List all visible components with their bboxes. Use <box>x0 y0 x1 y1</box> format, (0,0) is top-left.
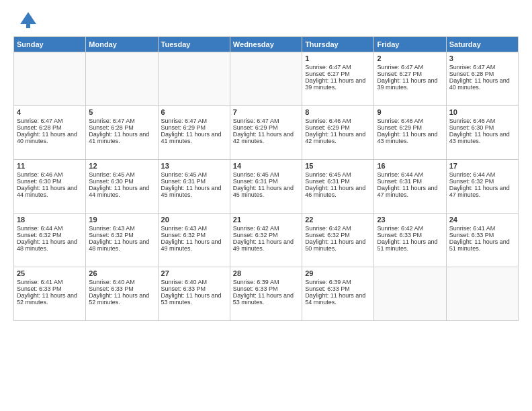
day-info: Daylight: 11 hours and 42 minutes. <box>233 131 299 144</box>
logo-icon <box>19 11 38 30</box>
calendar-cell: 15Sunrise: 6:45 AMSunset: 6:31 PMDayligh… <box>302 160 374 214</box>
day-info: Sunset: 6:32 PM <box>17 232 83 238</box>
calendar-cell <box>230 52 302 106</box>
day-info: Sunset: 6:33 PM <box>161 285 227 292</box>
day-info: Sunrise: 6:40 AM <box>89 279 154 285</box>
day-info: Sunrise: 6:45 AM <box>233 171 299 178</box>
day-info: Daylight: 11 hours and 49 minutes. <box>233 238 299 252</box>
day-number: 9 <box>377 108 443 116</box>
day-info: Sunrise: 6:47 AM <box>233 118 299 124</box>
day-info: Sunrise: 6:44 AM <box>377 171 443 178</box>
calendar-cell: 11Sunrise: 6:46 AMSunset: 6:30 PMDayligh… <box>14 160 86 214</box>
weekday-header-wednesday: Wednesday <box>230 37 302 52</box>
calendar-cell: 2Sunrise: 6:47 AMSunset: 6:27 PMDaylight… <box>374 52 446 106</box>
calendar-cell: 8Sunrise: 6:46 AMSunset: 6:29 PMDaylight… <box>302 106 374 160</box>
day-info: Sunset: 6:27 PM <box>377 71 443 77</box>
calendar-cell: 13Sunrise: 6:45 AMSunset: 6:31 PMDayligh… <box>158 160 230 214</box>
calendar-cell: 3Sunrise: 6:47 AMSunset: 6:28 PMDaylight… <box>446 52 518 106</box>
day-info: Daylight: 11 hours and 50 minutes. <box>305 238 371 252</box>
calendar-cell: 17Sunrise: 6:44 AMSunset: 6:32 PMDayligh… <box>446 160 518 214</box>
calendar-cell: 4Sunrise: 6:47 AMSunset: 6:28 PMDaylight… <box>14 106 86 160</box>
day-info: Daylight: 11 hours and 51 minutes. <box>449 238 515 252</box>
day-info: Sunrise: 6:39 AM <box>305 279 371 285</box>
day-info: Sunrise: 6:46 AM <box>449 118 515 124</box>
calendar-cell: 9Sunrise: 6:46 AMSunset: 6:29 PMDaylight… <box>374 106 446 160</box>
day-info: Daylight: 11 hours and 46 minutes. <box>305 185 371 198</box>
week-row-3: 18Sunrise: 6:44 AMSunset: 6:32 PMDayligh… <box>14 214 519 267</box>
day-number: 1 <box>305 54 371 62</box>
day-info: Daylight: 11 hours and 52 minutes. <box>89 292 154 306</box>
day-info: Sunrise: 6:43 AM <box>89 225 154 232</box>
day-info: Daylight: 11 hours and 54 minutes. <box>305 292 371 306</box>
day-number: 7 <box>233 108 299 116</box>
day-number: 12 <box>89 162 154 170</box>
day-info: Sunrise: 6:44 AM <box>449 171 515 178</box>
weekday-header-tuesday: Tuesday <box>158 37 230 52</box>
day-info: Sunrise: 6:42 AM <box>377 225 443 232</box>
day-number: 11 <box>17 162 83 170</box>
day-info: Sunset: 6:33 PM <box>305 285 371 292</box>
day-info: Sunset: 6:33 PM <box>233 285 299 292</box>
day-info: Daylight: 11 hours and 45 minutes. <box>233 185 299 198</box>
day-info: Daylight: 11 hours and 39 minutes. <box>377 77 443 91</box>
day-number: 23 <box>377 216 443 224</box>
calendar-cell <box>158 52 230 106</box>
calendar-cell: 28Sunrise: 6:39 AMSunset: 6:33 PMDayligh… <box>230 267 302 321</box>
day-info: Sunset: 6:31 PM <box>377 178 443 185</box>
svg-rect-1 <box>26 23 30 28</box>
week-row-4: 25Sunrise: 6:41 AMSunset: 6:33 PMDayligh… <box>14 267 519 321</box>
weekday-header-friday: Friday <box>374 37 446 52</box>
day-info: Sunset: 6:32 PM <box>449 178 515 185</box>
day-info: Sunrise: 6:39 AM <box>233 279 299 285</box>
day-info: Daylight: 11 hours and 43 minutes. <box>377 131 443 144</box>
day-info: Daylight: 11 hours and 47 minutes. <box>449 185 515 198</box>
day-info: Sunrise: 6:42 AM <box>305 225 371 232</box>
day-info: Daylight: 11 hours and 41 minutes. <box>89 131 154 144</box>
day-number: 19 <box>89 216 154 224</box>
header <box>13 11 519 30</box>
day-number: 17 <box>449 162 515 170</box>
day-info: Sunrise: 6:47 AM <box>449 64 515 71</box>
day-number: 22 <box>305 216 371 224</box>
calendar-cell: 22Sunrise: 6:42 AMSunset: 6:32 PMDayligh… <box>302 214 374 267</box>
day-info: Sunset: 6:32 PM <box>89 232 154 238</box>
day-info: Sunset: 6:28 PM <box>89 124 154 131</box>
day-info: Sunrise: 6:46 AM <box>17 171 83 178</box>
day-info: Daylight: 11 hours and 44 minutes. <box>17 185 83 198</box>
day-info: Sunset: 6:28 PM <box>17 124 83 131</box>
day-info: Daylight: 11 hours and 53 minutes. <box>161 292 227 306</box>
day-info: Daylight: 11 hours and 40 minutes. <box>17 131 83 144</box>
calendar-cell: 14Sunrise: 6:45 AMSunset: 6:31 PMDayligh… <box>230 160 302 214</box>
day-info: Daylight: 11 hours and 48 minutes. <box>17 238 83 252</box>
day-number: 26 <box>89 269 154 277</box>
day-number: 5 <box>89 108 154 116</box>
logo <box>13 11 38 30</box>
week-row-0: 1Sunrise: 6:47 AMSunset: 6:27 PMDaylight… <box>14 52 519 106</box>
calendar-cell: 1Sunrise: 6:47 AMSunset: 6:27 PMDaylight… <box>302 52 374 106</box>
day-info: Daylight: 11 hours and 51 minutes. <box>377 238 443 252</box>
day-info: Daylight: 11 hours and 52 minutes. <box>17 292 83 306</box>
day-info: Sunset: 6:27 PM <box>305 71 371 77</box>
page: SundayMondayTuesdayWednesdayThursdayFrid… <box>0 0 532 411</box>
day-number: 21 <box>233 216 299 224</box>
weekday-header-saturday: Saturday <box>446 37 518 52</box>
weekday-header-thursday: Thursday <box>302 37 374 52</box>
day-info: Sunrise: 6:47 AM <box>377 64 443 71</box>
day-number: 27 <box>161 269 227 277</box>
calendar-cell: 23Sunrise: 6:42 AMSunset: 6:33 PMDayligh… <box>374 214 446 267</box>
day-info: Daylight: 11 hours and 41 minutes. <box>161 131 227 144</box>
day-number: 2 <box>377 54 443 62</box>
day-info: Daylight: 11 hours and 42 minutes. <box>305 131 371 144</box>
day-info: Daylight: 11 hours and 49 minutes. <box>161 238 227 252</box>
weekday-header-monday: Monday <box>86 37 158 52</box>
day-info: Sunset: 6:33 PM <box>377 232 443 238</box>
day-info: Sunrise: 6:47 AM <box>89 118 154 124</box>
day-number: 10 <box>449 108 515 116</box>
calendar-cell <box>86 52 158 106</box>
calendar-cell: 16Sunrise: 6:44 AMSunset: 6:31 PMDayligh… <box>374 160 446 214</box>
calendar-cell <box>374 267 446 321</box>
day-info: Sunset: 6:31 PM <box>305 178 371 185</box>
weekday-header-row: SundayMondayTuesdayWednesdayThursdayFrid… <box>14 37 519 52</box>
day-number: 24 <box>449 216 515 224</box>
day-info: Sunrise: 6:45 AM <box>89 171 154 178</box>
